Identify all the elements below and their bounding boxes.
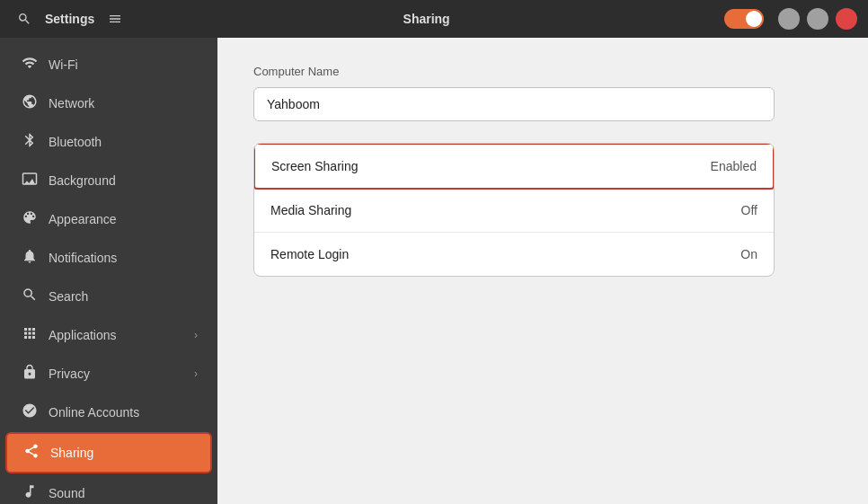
sidebar-item-label: Appearance (49, 212, 117, 226)
sidebar-item-label: Sound (49, 486, 84, 500)
maximize-button[interactable]: □ (807, 8, 828, 30)
sharing-row-screen-sharing[interactable]: Screen Sharing Enabled (253, 143, 775, 190)
sidebar-item-applications[interactable]: Applications › (5, 316, 212, 354)
menu-button[interactable] (102, 5, 128, 32)
search-icon (17, 12, 31, 26)
notifications-icon (20, 248, 40, 268)
sidebar-item-label: Network (49, 96, 94, 111)
sidebar-item-label: Wi-Fi (49, 57, 78, 72)
sidebar-item-sharing[interactable]: Sharing (5, 432, 212, 473)
sidebar-item-appearance[interactable]: Appearance (5, 200, 212, 238)
appearance-icon (20, 209, 40, 229)
sidebar-item-label: Online Accounts (49, 405, 139, 420)
computer-name-label: Computer Name (253, 65, 832, 78)
page-title: Sharing (128, 12, 724, 26)
sidebar-item-bluetooth[interactable]: Bluetooth (5, 123, 212, 161)
content-area: Computer Name Screen Sharing Enabled Med… (217, 38, 868, 504)
online-accounts-icon (20, 402, 40, 422)
minimize-button[interactable]: – (778, 8, 800, 30)
wifi-icon (20, 55, 40, 75)
computer-name-input[interactable] (253, 87, 775, 121)
sharing-toggle[interactable] (724, 9, 764, 29)
sharing-row-value: On (740, 247, 757, 261)
sharing-row-remote-login[interactable]: Remote Login On (254, 233, 774, 276)
sidebar-item-label: Sharing (50, 446, 93, 460)
bluetooth-icon (20, 132, 40, 152)
search-button[interactable] (11, 5, 38, 32)
sharing-row-value: Enabled (711, 159, 757, 173)
chevron-icon: › (194, 329, 198, 341)
applications-icon (20, 325, 40, 345)
sharing-row-value: Off (741, 203, 757, 217)
menu-icon (108, 12, 122, 26)
chevron-icon: › (194, 367, 198, 380)
background-icon (20, 171, 40, 190)
sidebar-item-search[interactable]: Search (5, 278, 212, 315)
sidebar: Wi-Fi Network Bluetooth Background Appea… (0, 38, 217, 504)
sidebar-item-sound[interactable]: Sound (5, 474, 212, 504)
sidebar-item-label: Notifications (49, 251, 117, 265)
sidebar-item-background[interactable]: Background (5, 162, 212, 199)
sharing-list: Screen Sharing Enabled Media Sharing Off… (253, 143, 775, 277)
sidebar-item-wifi[interactable]: Wi-Fi (5, 46, 212, 84)
main-layout: Wi-Fi Network Bluetooth Background Appea… (0, 38, 868, 504)
sharing-row-label: Media Sharing (270, 203, 741, 217)
sound-icon (20, 483, 40, 503)
titlebar: Settings Sharing – □ ✕ (0, 0, 868, 38)
sidebar-item-label: Background (49, 173, 116, 188)
sidebar-item-label: Search (49, 289, 88, 304)
sidebar-item-online-accounts[interactable]: Online Accounts (5, 393, 212, 431)
sharing-row-label: Remote Login (270, 247, 740, 261)
sidebar-item-label: Bluetooth (49, 135, 102, 149)
search-icon (20, 287, 40, 306)
app-title: Settings (45, 12, 94, 26)
sidebar-item-network[interactable]: Network (5, 84, 212, 122)
privacy-icon (20, 364, 40, 384)
sidebar-item-label: Privacy (49, 367, 90, 381)
sharing-row-label: Screen Sharing (271, 159, 711, 173)
close-button[interactable]: ✕ (836, 8, 857, 30)
network-icon (20, 93, 40, 113)
sidebar-item-privacy[interactable]: Privacy › (5, 355, 212, 393)
window-controls: – □ ✕ (724, 8, 857, 30)
sharing-icon (22, 443, 41, 463)
sidebar-item-notifications[interactable]: Notifications (5, 239, 212, 277)
sidebar-item-label: Applications (49, 328, 117, 342)
sharing-row-media-sharing[interactable]: Media Sharing Off (254, 189, 774, 233)
